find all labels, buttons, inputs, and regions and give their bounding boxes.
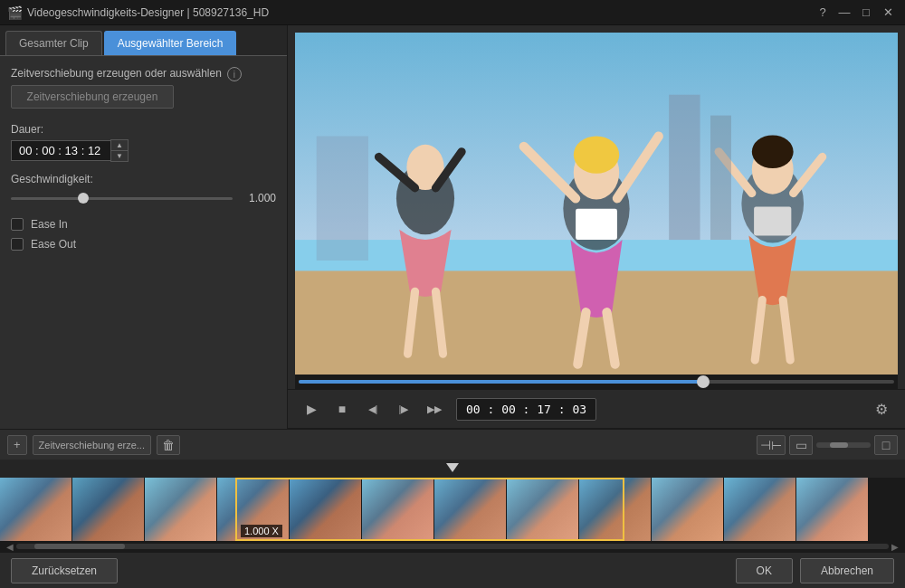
panel-content: Zeitverschiebung erzeugen oder auswählen…	[0, 56, 287, 429]
filmstrip-container: 1.000 X	[0, 478, 905, 541]
svg-rect-26	[710, 116, 731, 240]
controls-bar: ▶ ■ ◀| |▶ ▶▶ 00 : 00 : 17 : 03 ⚙	[288, 389, 905, 429]
progress-fill	[299, 380, 703, 384]
timecode-display[interactable]: 00 : 00 : 17 : 03	[456, 398, 596, 421]
timecode-value-input[interactable]	[11, 140, 110, 161]
create-timewarp-label-button[interactable]: Zeitverschiebung erze...	[33, 435, 151, 455]
film-frame	[724, 478, 796, 541]
close-button[interactable]: ✕	[878, 4, 898, 22]
settings-button[interactable]: ⚙	[869, 396, 894, 422]
fit-timeline-button[interactable]: ⊣⊢	[757, 435, 786, 455]
film-frame	[362, 478, 434, 541]
progress-track[interactable]	[299, 380, 894, 384]
filmstrip	[0, 478, 869, 541]
film-frame	[72, 478, 145, 541]
maximize-button[interactable]: □	[856, 4, 876, 22]
zoom-out-button[interactable]: ▭	[789, 435, 813, 455]
timeline-toolbar: + Zeitverschiebung erze... 🗑 ⊣⊢ ▭ □	[0, 429, 905, 460]
tab-ausgewaehlter-bereich[interactable]: Ausgewählter Bereich	[104, 31, 237, 55]
speed-slider-row: 1.000	[11, 191, 276, 205]
svg-rect-27	[317, 137, 368, 261]
help-button[interactable]: ?	[813, 4, 833, 22]
ease-in-checkbox[interactable]	[11, 218, 24, 231]
plus-icon: +	[14, 438, 21, 451]
film-frame	[579, 478, 652, 541]
app-icon: 🎬	[7, 5, 22, 20]
window-controls: ? — □ ✕	[813, 4, 898, 22]
delete-timewarp-button[interactable]: 🗑	[157, 435, 180, 455]
left-panel: Gesamter Clip Ausgewählter Bereich Zeitv…	[0, 25, 288, 429]
fast-forward-button[interactable]: ▶▶	[422, 396, 447, 422]
timecode-spinners: ▲ ▼	[110, 139, 129, 162]
zoom-slider-thumb	[830, 442, 848, 448]
tl-right-controls: ⊣⊢ ▭ □	[757, 435, 898, 455]
scrollbar-thumb[interactable]	[34, 544, 125, 549]
film-frame	[652, 478, 724, 541]
slider-track	[11, 197, 233, 200]
film-frame	[145, 478, 217, 541]
timecode-input[interactable]: ▲ ▼	[11, 139, 276, 162]
video-preview	[295, 33, 898, 375]
scroll-left-arrow[interactable]: ◀	[4, 540, 16, 553]
right-panel: ▶ ■ ◀| |▶ ▶▶ 00 : 00 : 17 : 03 ⚙	[288, 25, 905, 429]
section-label: Zeitverschiebung erzeugen oder auswählen…	[11, 67, 276, 81]
stop-button[interactable]: ■	[329, 396, 355, 422]
progress-thumb[interactable]	[697, 375, 710, 388]
ease-out-row: Ease Out	[11, 238, 276, 251]
speed-row: Geschwindigkeit: 1.000	[11, 173, 276, 205]
prev-frame-button[interactable]: ◀|	[360, 396, 386, 422]
zoom-in-button[interactable]: □	[874, 435, 898, 455]
scroll-right-arrow[interactable]: ▶	[889, 540, 901, 553]
play-button[interactable]: ▶	[299, 396, 324, 422]
timeline-area: + Zeitverschiebung erze... 🗑 ⊣⊢ ▭ □	[0, 429, 905, 552]
filmstrip-speed-label: 1.000 X	[241, 525, 282, 537]
video-area	[295, 33, 898, 389]
film-frame	[796, 478, 869, 541]
svg-point-11	[574, 137, 619, 174]
svg-rect-25	[669, 95, 700, 240]
info-icon[interactable]: i	[227, 67, 242, 81]
section-label-text: Zeitverschiebung erzeugen oder auswählen	[11, 67, 222, 81]
film-frame	[290, 478, 362, 541]
zoom-slider[interactable]	[816, 442, 871, 448]
create-timewarp-button: Zeitverschiebung erzeugen	[11, 85, 174, 109]
ease-in-label[interactable]: Ease In	[31, 218, 68, 231]
cancel-button[interactable]: Abbrechen	[800, 558, 894, 583]
bottom-right-buttons: OK Abbrechen	[736, 558, 894, 583]
svg-rect-14	[576, 209, 617, 240]
svg-point-19	[752, 135, 794, 168]
title-bar: 🎬 Videogeschwindigkeits-Designer | 50892…	[0, 0, 905, 25]
bottom-bar: Zurücksetzen OK Abbrechen	[0, 552, 905, 588]
film-frame	[507, 478, 579, 541]
svg-rect-22	[754, 206, 791, 235]
video-progress[interactable]	[295, 375, 898, 389]
speed-value: 1.000	[240, 192, 276, 204]
tab-gesamter-clip[interactable]: Gesamter Clip	[5, 31, 102, 55]
playhead-triangle	[446, 463, 459, 472]
minimize-button[interactable]: —	[834, 4, 854, 22]
title-text: Videogeschwindigkeits-Designer | 5089271…	[27, 6, 813, 19]
main-content: Gesamter Clip Ausgewählter Bereich Zeitv…	[0, 25, 905, 429]
next-frame-button[interactable]: |▶	[391, 396, 416, 422]
reset-button[interactable]: Zurücksetzen	[11, 558, 118, 583]
spinner-down[interactable]: ▼	[111, 151, 128, 161]
add-timewarp-button[interactable]: +	[7, 435, 27, 455]
film-frame	[434, 478, 507, 541]
timeline-playhead-row	[0, 460, 905, 478]
spinner-up[interactable]: ▲	[111, 140, 128, 150]
scrollbar-track[interactable]	[16, 544, 889, 549]
ok-button[interactable]: OK	[736, 558, 793, 583]
video-svg	[295, 33, 898, 375]
slider-thumb[interactable]	[78, 193, 89, 204]
film-frame	[0, 478, 72, 541]
speed-slider-container[interactable]	[11, 191, 233, 205]
dauer-field: Dauer: ▲ ▼	[11, 123, 276, 162]
tab-bar: Gesamter Clip Ausgewählter Bereich	[0, 25, 287, 55]
ease-out-checkbox[interactable]	[11, 238, 24, 251]
geschwindigkeit-label: Geschwindigkeit:	[11, 173, 276, 185]
timeline-scrollbar[interactable]: ◀ ▶	[0, 541, 905, 552]
ease-out-label[interactable]: Ease Out	[31, 238, 76, 251]
ease-in-row: Ease In	[11, 218, 276, 231]
dauer-label: Dauer:	[11, 123, 276, 136]
